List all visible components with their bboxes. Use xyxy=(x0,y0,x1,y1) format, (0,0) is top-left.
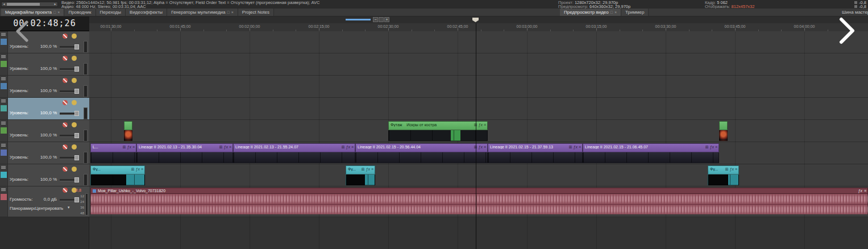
solo-button[interactable] xyxy=(72,144,77,150)
tracks-area[interactable]: Футаж _ Искры от костра⊞ƒx≡L...⊞ƒx≡Linea… xyxy=(89,31,868,249)
fx-icon[interactable]: ƒx xyxy=(710,145,714,150)
volume-slider-handle[interactable] xyxy=(74,197,79,202)
track-grip[interactable] xyxy=(0,31,8,53)
volume-slider[interactable] xyxy=(60,199,79,201)
scroll-right-icon[interactable]: ▸ xyxy=(53,2,57,6)
track-grip[interactable] xyxy=(0,186,8,217)
level-slider[interactable] xyxy=(60,90,79,93)
solo-button[interactable] xyxy=(72,122,77,127)
level-slider-handle[interactable] xyxy=(74,89,79,94)
zoom-in-button[interactable]: + xyxy=(384,17,389,22)
close-icon[interactable]: × xyxy=(231,10,234,14)
purple-clip[interactable]: L...⊞ƒx≡ xyxy=(90,143,136,163)
mute-button[interactable] xyxy=(63,34,68,39)
solo-button[interactable] xyxy=(72,100,77,105)
timeline-overview-bar[interactable]: − + xyxy=(89,16,868,24)
purple-clip[interactable]: Lineage II 2021.02.15 - 21.06.45.07⊞ƒx≡ xyxy=(583,143,719,163)
zoom-handle[interactable] xyxy=(379,17,384,22)
track-header-2[interactable]: Уровень:100,0 % xyxy=(0,53,89,76)
track-menu-icon[interactable] xyxy=(1,166,6,167)
level-slider-handle[interactable] xyxy=(74,111,79,116)
track-menu-icon[interactable] xyxy=(1,122,6,122)
purple-clip[interactable]: Lineage II 2021.02.15 - 21.37.59.13⊞ƒx≡ xyxy=(488,143,583,163)
timeline-row-2[interactable] xyxy=(89,53,868,76)
mute-button[interactable] xyxy=(63,78,68,83)
timeline-row-1[interactable] xyxy=(89,31,868,53)
cyan-clip[interactable]: Фу...⊞ƒx≡ xyxy=(708,165,739,185)
zoom-out-button[interactable]: − xyxy=(373,17,378,22)
mute-button[interactable] xyxy=(63,167,68,172)
pan-value[interactable]: Центрировать xyxy=(35,206,63,211)
level-slider[interactable] xyxy=(60,113,79,115)
mute-button[interactable] xyxy=(63,56,68,61)
solo-button[interactable] xyxy=(72,167,77,172)
fx-icon[interactable]: ƒx xyxy=(224,145,228,150)
track-header-1[interactable]: Уровень:100,0 % xyxy=(0,31,89,53)
prev-arrow-overlay[interactable] xyxy=(15,20,30,42)
green-clip[interactable] xyxy=(719,121,728,141)
tab-transitions[interactable]: Переходы xyxy=(96,9,126,16)
level-slider-handle[interactable] xyxy=(74,177,79,182)
clip-menu-icon[interactable]: ≡ xyxy=(371,167,373,172)
tab-project-notes[interactable]: Project Notes xyxy=(238,9,274,16)
pan-crop-icon[interactable]: ⊞ xyxy=(131,167,135,172)
track-header-6[interactable]: Уровень:100,0 % xyxy=(0,142,89,164)
pan-crop-icon[interactable]: ⊞ xyxy=(569,145,572,150)
clip-menu-icon[interactable]: ≡ xyxy=(229,145,231,150)
close-icon[interactable]: × xyxy=(614,10,617,14)
fx-icon[interactable]: ƒx xyxy=(858,188,862,194)
level-slider[interactable] xyxy=(60,157,79,159)
chevron-down-icon[interactable]: ▾ xyxy=(68,205,70,210)
level-slider[interactable] xyxy=(60,46,79,48)
clip-menu-icon[interactable]: ≡ xyxy=(579,145,581,150)
clip-menu-icon[interactable]: ≡ xyxy=(132,145,135,150)
track-header-4[interactable]: Уровень:100,0 % xyxy=(0,98,89,120)
timecode-display[interactable]: 00:02:48;26 xyxy=(0,16,89,31)
level-slider[interactable] xyxy=(60,68,79,70)
tab-media-generators[interactable]: Генераторы мультимедиа□× xyxy=(167,9,238,16)
mute-button[interactable] xyxy=(63,100,68,105)
level-slider[interactable] xyxy=(60,135,79,137)
top-scrollbar[interactable]: ◂ ▸ xyxy=(1,2,58,7)
level-slider-handle[interactable] xyxy=(74,155,79,160)
level-slider[interactable] xyxy=(60,179,79,181)
green-clip[interactable] xyxy=(124,121,132,141)
mute-button[interactable] xyxy=(63,188,68,193)
track-grip[interactable] xyxy=(0,53,8,75)
green-clip[interactable]: Футаж _ Искры от костра⊞ƒx≡ xyxy=(388,121,488,141)
clip-menu-icon[interactable]: ≡ xyxy=(484,123,486,127)
tab-trimmer[interactable]: Триммер xyxy=(621,9,649,16)
playhead-handle[interactable] xyxy=(472,18,479,22)
fx-icon[interactable]: ƒx xyxy=(479,145,483,150)
solo-button[interactable] xyxy=(72,56,77,61)
fx-icon[interactable]: ƒx xyxy=(127,145,131,150)
track-menu-icon[interactable] xyxy=(1,99,6,100)
timeline-row-7[interactable] xyxy=(89,164,868,186)
level-slider-handle[interactable] xyxy=(74,44,79,49)
track-menu-icon[interactable] xyxy=(1,77,6,78)
close-icon[interactable]: × xyxy=(57,10,60,14)
pan-crop-icon[interactable]: ⊞ xyxy=(362,167,365,172)
track-menu-icon[interactable] xyxy=(1,33,6,34)
track-grip[interactable] xyxy=(0,142,8,164)
playhead[interactable] xyxy=(476,23,476,249)
cyan-clip[interactable]: Фу...⊞ƒx≡ xyxy=(90,165,145,185)
purple-clip[interactable]: Lineage II 2021.02.13 - 21.35.30.04⊞ƒx≡ xyxy=(136,143,233,163)
timeline-row-3[interactable] xyxy=(89,76,868,98)
fx-icon[interactable]: ƒx xyxy=(574,145,578,150)
track-header-5[interactable]: Уровень:100,0 % xyxy=(0,120,89,142)
mute-button[interactable] xyxy=(63,144,68,150)
clip-menu-icon[interactable]: ≡ xyxy=(715,145,717,150)
track-header-3[interactable]: Уровень:100,0 % xyxy=(0,76,89,98)
fx-icon[interactable]: ƒx xyxy=(366,167,370,172)
track-grip[interactable] xyxy=(0,164,8,186)
fx-icon[interactable]: ƒx xyxy=(136,167,140,172)
track-grip[interactable] xyxy=(0,120,8,142)
clip-menu-icon[interactable]: ≡ xyxy=(351,145,354,150)
tab-video-preview[interactable]: Предпросмотр видео□× xyxy=(560,9,621,16)
window-icon[interactable]: □ xyxy=(227,10,230,14)
solo-button[interactable] xyxy=(72,78,77,83)
fx-icon[interactable]: ƒx xyxy=(346,145,350,150)
clip-menu-icon[interactable]: ≡ xyxy=(484,145,486,150)
next-arrow-overlay[interactable] xyxy=(838,17,856,44)
